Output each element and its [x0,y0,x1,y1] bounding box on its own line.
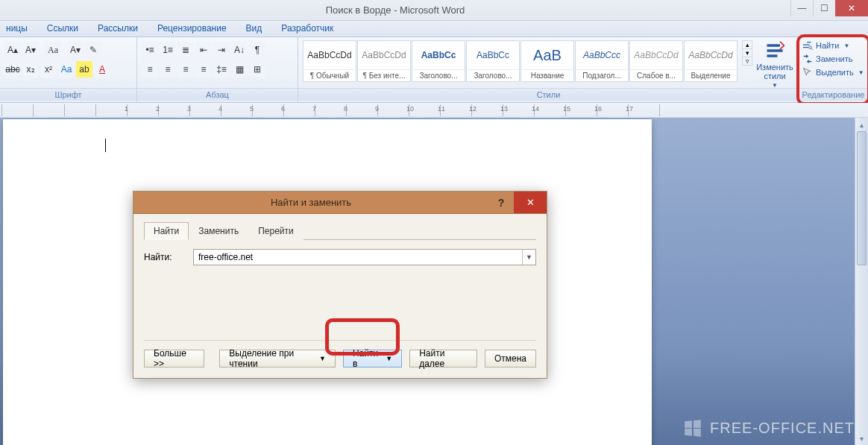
find-combobox[interactable]: ▼ [193,249,536,265]
horizontal-ruler[interactable]: 1234567891011121314151617 [0,103,868,118]
minimize-button[interactable]: — [790,0,813,16]
bullets-button[interactable]: •≡ [142,42,158,58]
tab-links[interactable]: Ссылки [44,21,81,37]
shrink-font-button[interactable]: A▾ [22,42,39,58]
find-next-button[interactable]: Найти далее [409,350,477,367]
ribbon: A▴ A▾ Aa A▾ ✎ abc x₂ x² Aa ab A Шрифт •≡ [0,37,868,103]
group-paragraph-label: Абзац [137,88,298,101]
styles-expand[interactable]: ▿ [743,57,752,65]
align-left-button[interactable]: ≡ [142,61,158,78]
style-item[interactable]: AaBНазвание [521,40,574,82]
line-spacing-button[interactable]: ‡≡ [213,61,230,78]
change-case-button[interactable]: A▾ [67,42,84,58]
sort-button[interactable]: A↓ [231,42,248,58]
find-button[interactable]: Найти▼ [802,40,864,51]
windows-logo-icon [683,418,702,438]
change-styles-button[interactable]: Изменить стили ▼ [757,40,793,89]
multilevel-button[interactable]: ≣ [177,42,194,58]
vertical-scrollbar[interactable]: ▴ ▾ [855,118,868,445]
font-color-button[interactable]: A [94,61,110,78]
numbering-button[interactable]: 1≡ [160,42,176,58]
increase-indent-button[interactable]: ⇥ [213,42,230,58]
decrease-indent-button[interactable]: ⇤ [195,42,212,58]
style-item[interactable]: AaBbCcDd¶ Без инте... [357,40,411,82]
format-painter-button[interactable]: ✎ [85,42,101,58]
styles-scroll-up[interactable]: ▴ [743,41,752,48]
dialog-title: Найти и заменить [133,197,488,208]
highlight-button[interactable]: ab [76,61,92,78]
strike-button[interactable]: abc [4,61,21,78]
show-marks-button[interactable]: ¶ [249,42,265,58]
group-editing-label: Редактирование [799,88,867,101]
clear-format-button[interactable]: Aa [45,42,61,58]
ribbon-tabs: ницы Ссылки Рассылки Рецензирование Вид … [0,21,868,37]
editing-group: Найти▼ Заменить Выделить▼ Редактирование [799,37,868,102]
tab-developer[interactable]: Разработчик [278,21,336,37]
shading-button[interactable]: ▦ [231,61,248,78]
dialog-tab-goto[interactable]: Перейти [248,222,304,240]
more-button[interactable]: Больше >> [144,350,204,367]
dialog-titlebar[interactable]: Найти и заменить ? ✕ [133,192,547,214]
svg-point-0 [809,46,812,49]
borders-button[interactable]: ⊞ [249,61,265,78]
maximize-button[interactable]: ☐ [813,0,835,16]
style-item[interactable]: AaBbCcсПодзагол... [575,40,629,82]
styles-scroll-down[interactable]: ▾ [743,48,752,57]
scroll-down-button[interactable]: ▾ [855,432,868,445]
select-button[interactable]: Выделить▼ [802,67,864,78]
find-replace-dialog: Найти и заменить ? ✕ Найти Заменить Пере… [133,191,547,379]
close-button[interactable]: ✕ [835,0,868,16]
title-bar: Поиск в Ворде - Microsoft Word — ☐ ✕ [0,0,868,21]
text-cursor [105,139,106,152]
superscript-button[interactable]: x² [40,61,57,78]
style-item[interactable]: AaBbCcЗаголово... [466,40,520,82]
tab-review[interactable]: Рецензирование [154,21,230,37]
scroll-up-button[interactable]: ▴ [855,118,868,131]
dialog-tab-find[interactable]: Найти [144,222,189,240]
style-item[interactable]: AaBbCcЗаголово... [412,40,465,82]
tab-view[interactable]: Вид [243,21,265,37]
find-label: Найти: [144,252,184,262]
dialog-tabs: Найти Заменить Перейти [144,221,536,240]
align-right-button[interactable]: ≡ [177,61,194,78]
justify-button[interactable]: ≡ [195,61,212,78]
cancel-button[interactable]: Отмена [485,350,536,367]
replace-button[interactable]: Заменить [802,54,864,64]
reading-highlight-button[interactable]: Выделение при чтении▼ [219,350,336,367]
text-effects-button[interactable]: Aa [58,61,75,78]
styles-gallery[interactable]: AaBbCcDd¶ ОбычныйAaBbCcDd¶ Без инте...Aa… [303,40,738,82]
find-input[interactable] [194,250,522,265]
style-item[interactable]: AaBbCcDd¶ Обычный [303,40,356,82]
dialog-tab-replace[interactable]: Заменить [189,222,248,240]
group-font-label: Шрифт [0,88,136,101]
tab-mailings[interactable]: Рассылки [95,21,141,37]
find-dropdown-button[interactable]: ▼ [522,250,535,265]
group-styles-label: Стили [298,88,799,101]
dialog-close-button[interactable]: ✕ [514,192,547,213]
find-in-button[interactable]: Найти в▼ [343,350,402,367]
scroll-thumb[interactable] [857,131,867,265]
grow-font-button[interactable]: A▴ [4,42,21,58]
window-title: Поиск в Ворде - Microsoft Word [0,4,790,16]
style-item[interactable]: AaBbCcDdВыделение [684,40,738,82]
dialog-help-button[interactable]: ? [488,192,514,213]
align-center-button[interactable]: ≡ [160,61,176,78]
tab-pages[interactable]: ницы [3,21,31,37]
watermark: FREE-OFFICE.NET [683,418,855,438]
subscript-button[interactable]: x₂ [22,61,39,78]
style-item[interactable]: AaBbCcDdСлабое в... [629,40,683,82]
